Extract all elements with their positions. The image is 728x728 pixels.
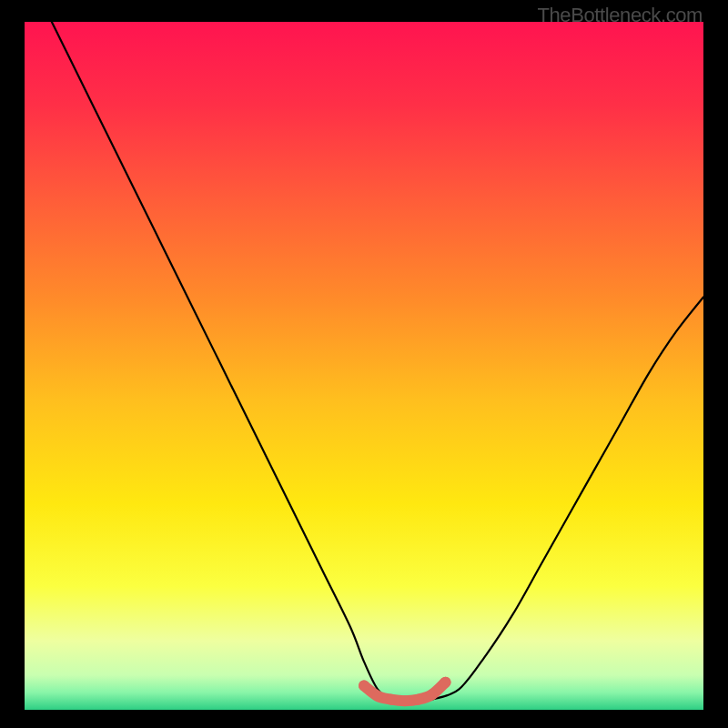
- sweet-spot-dot: [386, 694, 397, 705]
- sweet-spot-dot: [440, 677, 451, 688]
- sweet-spot-dot: [372, 691, 383, 702]
- sweet-spot-dot: [413, 694, 424, 705]
- sweet-spot-dot: [399, 695, 410, 706]
- sweet-spot-dot: [427, 689, 438, 700]
- chart-curve-layer: [25, 22, 703, 710]
- bottleneck-curve-line: [52, 22, 703, 702]
- sweet-spot-dot: [359, 681, 369, 692]
- bottleneck-chart: [25, 22, 703, 710]
